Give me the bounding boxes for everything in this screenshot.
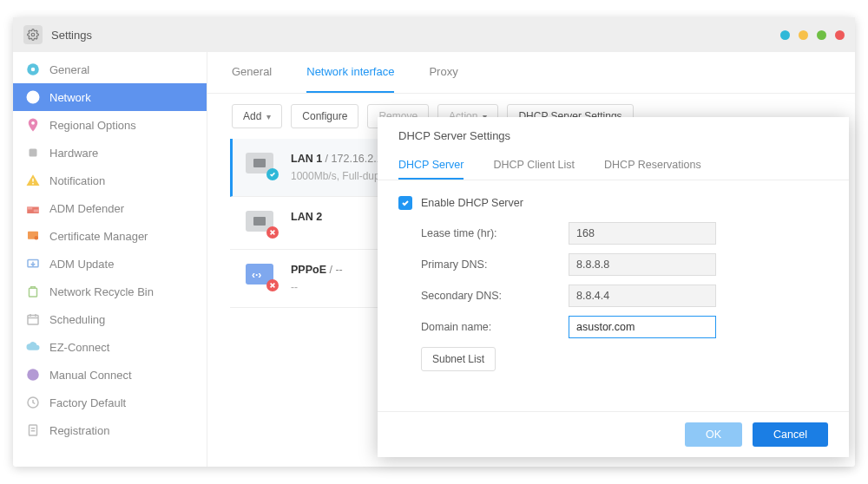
- svg-rect-14: [30, 288, 37, 297]
- sidebar-item-recycle[interactable]: Network Recycle Bin: [13, 278, 207, 305]
- sidebar-item-scheduling[interactable]: Scheduling: [13, 305, 207, 333]
- tab-general[interactable]: General: [232, 52, 272, 93]
- enable-dhcp-checkbox[interactable]: [398, 196, 412, 210]
- sidebar-item-label: ADM Update: [49, 258, 114, 271]
- sidebar-item-label: Scheduling: [49, 313, 105, 326]
- window-dot-yellow[interactable]: [799, 30, 808, 40]
- svg-rect-9: [27, 207, 32, 210]
- dialog-tabs: DHCP Server DHCP Client List DHCP Reserv…: [378, 151, 849, 180]
- clipboard-icon: [25, 422, 41, 438]
- sidebar-item-label: Network: [49, 91, 91, 104]
- window-dot-blue[interactable]: [780, 30, 790, 40]
- cancel-button[interactable]: Cancel: [753, 422, 828, 447]
- interface-title: PPPoE / --: [291, 264, 343, 276]
- primary-dns-input[interactable]: [569, 253, 716, 276]
- dialog-tab-client-list[interactable]: DHCP Client List: [493, 151, 575, 180]
- sidebar-item-registration[interactable]: Registration: [13, 416, 207, 444]
- enable-dhcp-row: Enable DHCP Server: [398, 196, 828, 210]
- certificate-icon: [25, 228, 41, 244]
- reset-icon: [25, 395, 41, 410]
- dhcp-settings-dialog: DHCP Server Settings DHCP Server DHCP Cl…: [378, 117, 849, 457]
- dialog-tab-reservations[interactable]: DHCP Reservations: [604, 151, 701, 180]
- lease-time-label: Lease time (hr):: [421, 227, 569, 239]
- sidebar-item-label: EZ-Connect: [49, 341, 109, 354]
- interface-subtitle: --: [291, 281, 343, 293]
- svg-rect-6: [32, 179, 34, 182]
- configure-button[interactable]: Configure: [291, 104, 358, 128]
- firewall-icon: [25, 200, 41, 216]
- status-error-badge: [266, 279, 279, 291]
- dialog-footer: OK Cancel: [378, 411, 849, 457]
- svg-rect-15: [28, 316, 38, 325]
- pppoe-icon: ‹∙›: [246, 264, 275, 288]
- tab-proxy[interactable]: Proxy: [429, 52, 457, 93]
- sidebar-item-update[interactable]: ADM Update: [13, 250, 207, 278]
- sidebar-item-label: ADM Defender: [49, 202, 124, 215]
- chevron-down-icon: ▾: [266, 112, 271, 121]
- enable-dhcp-label: Enable DHCP Server: [421, 197, 523, 209]
- window-controls: [780, 30, 845, 40]
- add-button[interactable]: Add▾: [232, 104, 282, 128]
- calendar-icon: [25, 311, 41, 327]
- ethernet-port-icon: [246, 211, 275, 235]
- svg-point-0: [31, 33, 35, 36]
- sidebar-item-label: Certificate Manager: [49, 230, 148, 243]
- domain-name-input[interactable]: [569, 316, 716, 338]
- svg-rect-10: [34, 210, 39, 213]
- gear-icon: [25, 62, 41, 77]
- dialog-tab-server[interactable]: DHCP Server: [398, 151, 464, 180]
- window-dot-green[interactable]: [817, 30, 826, 40]
- link-icon: [25, 367, 41, 383]
- sidebar-item-general[interactable]: General: [13, 56, 207, 83]
- recycle-icon: [25, 284, 41, 299]
- svg-rect-5: [30, 149, 37, 157]
- tab-network-interface[interactable]: Network interface: [306, 52, 394, 93]
- svg-point-2: [31, 68, 36, 72]
- sidebar: General Network Regional Options Hardwar…: [13, 52, 207, 467]
- sidebar-item-certificate[interactable]: Certificate Manager: [13, 222, 207, 250]
- chip-icon: [25, 145, 41, 160]
- sidebar-item-label: Hardware: [49, 147, 98, 160]
- status-ok-badge: [266, 168, 279, 180]
- sidebar-item-label: Registration: [49, 424, 109, 437]
- window-dot-red[interactable]: [835, 30, 845, 40]
- sidebar-item-label: Factory Default: [49, 396, 126, 409]
- svg-point-16: [27, 369, 39, 381]
- domain-name-label: Domain name:: [421, 321, 569, 333]
- subnet-list-button[interactable]: Subnet List: [421, 347, 496, 371]
- primary-dns-label: Primary DNS:: [421, 258, 569, 271]
- ok-button[interactable]: OK: [685, 422, 742, 447]
- sidebar-item-label: Notification: [49, 174, 105, 187]
- lease-time-input[interactable]: [569, 222, 716, 245]
- settings-app-icon: [23, 25, 43, 44]
- sidebar-item-hardware[interactable]: Hardware: [13, 139, 207, 167]
- secondary-dns-input[interactable]: [569, 285, 716, 307]
- secondary-dns-label: Secondary DNS:: [421, 290, 569, 302]
- sidebar-item-regional[interactable]: Regional Options: [13, 111, 207, 139]
- cloud-icon: [25, 339, 41, 355]
- update-icon: [25, 256, 41, 271]
- content-tabs: General Network interface Proxy: [207, 52, 855, 94]
- sidebar-item-ezconnect[interactable]: EZ-Connect: [13, 333, 207, 361]
- svg-point-12: [35, 236, 39, 240]
- add-label: Add: [243, 110, 261, 122]
- sidebar-item-label: General: [49, 63, 89, 76]
- dialog-title: DHCP Server Settings: [378, 117, 849, 151]
- interface-title: LAN 2: [291, 211, 322, 223]
- alert-icon: [25, 173, 41, 188]
- globe-icon: [25, 89, 41, 105]
- sidebar-item-manual-connect[interactable]: Manual Connect: [13, 361, 207, 389]
- status-error-badge: [266, 226, 279, 239]
- svg-point-4: [31, 121, 35, 125]
- dialog-body: Enable DHCP Server Lease time (hr): Prim…: [378, 180, 849, 387]
- sidebar-item-factory-default[interactable]: Factory Default: [13, 389, 207, 416]
- sidebar-item-defender[interactable]: ADM Defender: [13, 194, 207, 222]
- sidebar-item-notification[interactable]: Notification: [13, 167, 207, 194]
- sidebar-item-label: Regional Options: [49, 119, 136, 132]
- sidebar-item-network[interactable]: Network: [13, 83, 207, 111]
- map-pin-icon: [25, 117, 41, 133]
- window-title: Settings: [51, 29, 780, 42]
- sidebar-item-label: Network Recycle Bin: [49, 285, 154, 298]
- sidebar-item-label: Manual Connect: [49, 369, 132, 382]
- title-bar: Settings: [13, 17, 855, 52]
